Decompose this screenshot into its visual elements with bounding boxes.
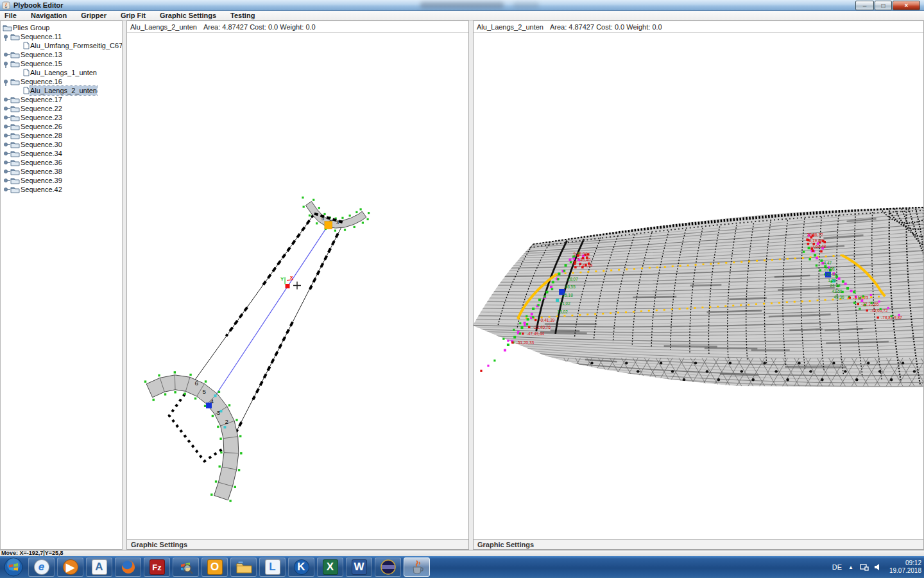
sync-tool-icon[interactable]: L [259,557,286,577]
keepass-icon-glyph: K [294,559,309,575]
menu-item-navigation[interactable]: Navigation [24,11,74,21]
firefox-glyph [121,559,136,575]
close-button[interactable]: × [893,1,920,10]
sync-tool-icon-glyph: L [265,559,280,575]
graphic-settings-bar-right[interactable]: Graphic Settings [474,539,923,549]
tree-item-sequence-36[interactable]: Sequence.36 [1,158,122,167]
minimize-button[interactable]: – [855,1,874,10]
tree-item-label: Sequence.36 [21,158,62,167]
tree-item-sequence-28[interactable]: Sequence.28 [1,131,122,140]
tree-item-alu-laengs-2-unten[interactable]: Alu_Laengs_2_unten [1,86,122,95]
eclipse-icon[interactable] [375,557,401,577]
folder-icon [10,177,20,184]
tree-item-label: Sequence.15 [21,59,62,68]
svg-text:Y: Y [280,277,284,283]
media-player-icon[interactable]: ▶ [57,557,83,577]
surface-view-canvas[interactable]: 9,38,94-7,46,40-7,45,4928,0746,5525,1841… [474,33,923,539]
svg-text:-0,41,39: -0,41,39 [540,318,555,322]
svg-text:-7,45,49: -7,45,49 [578,263,593,268]
tree-item-sequence-13[interactable]: Sequence.13 [1,50,122,59]
svg-text:6: 6 [195,380,199,387]
folder-glyph [235,560,252,574]
volume-icon[interactable] [874,563,882,571]
tree-item-sequence-26[interactable]: Sequence.26 [1,122,122,131]
tree-item-label: Sequence.30 [21,140,62,149]
folder-icon [10,33,20,40]
tree-item-label: Sequence.13 [21,50,62,59]
graphic-settings-bar-left[interactable]: Graphic Settings [127,539,468,549]
tree-item-sequence-42[interactable]: Sequence.42 [1,185,122,194]
java-cup-glyph [410,559,424,575]
svg-text:-45,66,72: -45,66,72 [870,308,888,313]
tree-item-label: Sequence.26 [21,122,62,131]
svg-text:-3,19,23: -3,19,23 [853,295,868,300]
menu-item-graphic-settings[interactable]: Graphic Settings [153,11,223,21]
start-button[interactable] [1,557,26,577]
tree-item-sequence-11[interactable]: Sequence.11 [1,32,122,41]
tree-item-alu-laengs-1-unten[interactable]: Alu_Laengs_1_unten [1,68,122,77]
java-app-icon[interactable] [404,557,430,577]
maximize-button[interactable]: □ [875,1,892,10]
folder-icon [10,96,20,103]
flat-view-header: Alu_Laengs_2_untenArea: 4.87427 Cost: 0.… [127,21,468,33]
network-icon[interactable] [860,563,869,571]
search-tool-icon[interactable] [173,557,199,577]
tree-item-sequence-22[interactable]: Sequence.22 [1,104,122,113]
folder-icon [10,141,20,148]
svg-text:41,02: 41,02 [560,301,571,306]
folder-icon [10,132,20,139]
ply-name: Alu_Laengs_2_unten [130,23,197,31]
text-app-icon[interactable]: A [86,557,112,577]
explorer-icon[interactable] [230,557,257,577]
folder-icon [10,186,20,193]
tree-item-label: Alu_Laengs_2_unten [30,86,97,95]
folder-icon [10,159,20,166]
eclipse-glyph [380,559,397,575]
folder-icon [10,105,20,112]
folder-icon [10,78,20,85]
word-icon[interactable]: W [346,557,372,577]
tray-time: 09:12 [889,559,921,567]
clock[interactable]: 09:12 19.07.2018 [889,559,921,575]
tree-item-sequence-16[interactable]: Sequence.16 [1,77,122,86]
tree-item-sequence-38[interactable]: Sequence.38 [1,167,122,176]
tree-item-sequence-34[interactable]: Sequence.34 [1,149,122,158]
show-hidden-icons-arrow[interactable]: ▲ [848,565,853,570]
menu-item-file[interactable]: File [0,11,24,21]
tree-item-label: Sequence.17 [21,95,62,104]
tree-item-sequence-17[interactable]: Sequence.17 [1,95,122,104]
filezilla-icon[interactable]: Fz [144,557,170,577]
tree-item-plies-group[interactable]: Plies Group [1,23,122,32]
language-indicator[interactable]: DE [832,563,842,571]
flat-view-panel: Alu_Laengs_2_untenArea: 4.87427 Cost: 0.… [126,21,469,550]
svg-text:9,38,94: 9,38,94 [574,252,588,256]
media-player-icon-glyph: ▶ [63,559,78,575]
firefox-icon[interactable] [115,557,141,577]
app-icon [2,1,10,10]
tree-item-sequence-15[interactable]: Sequence.15 [1,59,122,68]
tree-item-alu-umfang-formseitig-c67-ic66[interactable]: Alu_Umfang_Formseitig_C67-IC66 [1,41,122,50]
word-icon-glyph: W [352,559,367,575]
tree-item-label: Sequence.11 [21,32,62,41]
tree-item-sequence-30[interactable]: Sequence.30 [1,140,122,149]
tree-item-sequence-39[interactable]: Sequence.39 [1,176,122,185]
windows-orb-icon [4,557,23,577]
tree-item-label: Sequence.23 [21,113,62,122]
excel-icon[interactable]: X [317,557,343,577]
flat-view-canvas[interactable]: 65432543Yx [127,33,468,539]
svg-text:-51,20,33: -51,20,33 [517,340,535,345]
internet-explorer-icon[interactable]: e [28,557,55,577]
menu-item-grip-fit[interactable]: Grip Fit [114,11,153,21]
tree-item-label: Sequence.38 [21,167,62,176]
keepass-icon[interactable]: K [288,557,314,577]
menu-item-testing[interactable]: Testing [223,11,262,21]
status-bar: Move: X=-192,7|Y=25,8 [0,550,924,556]
menu-item-gripper[interactable]: Gripper [74,11,114,21]
surface-view-header: Alu_Laengs_2_untenArea: 4.87427 Cost: 0.… [474,21,923,33]
svg-text:20,66,72: 20,66,72 [807,232,824,237]
tree-item-label: Sequence.16 [21,77,62,86]
svg-text:20,18: 20,18 [826,272,837,277]
outlook-icon[interactable]: O [201,557,228,577]
tree-item-sequence-23[interactable]: Sequence.23 [1,113,122,122]
surface-view-panel: Alu_Laengs_2_untenArea: 4.87427 Cost: 0.… [473,21,924,550]
